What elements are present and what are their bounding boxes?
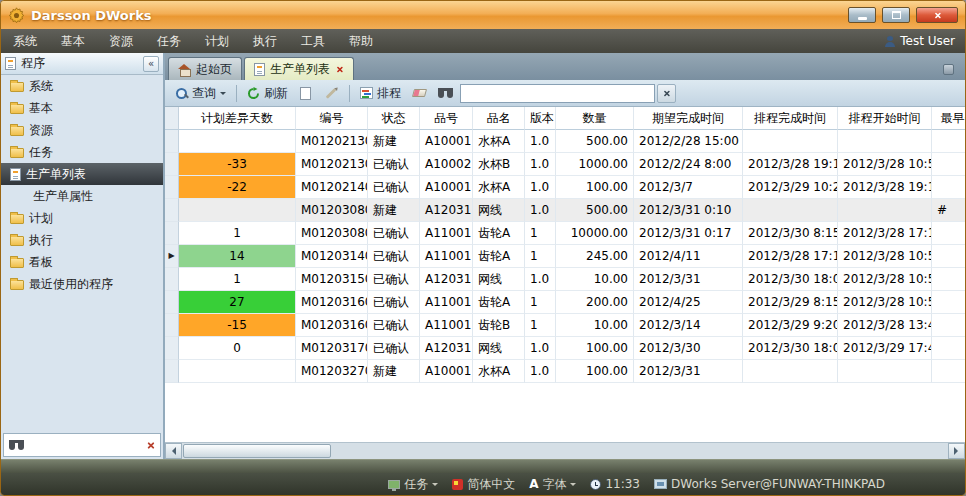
row-selector[interactable] xyxy=(165,268,179,291)
minimize-button[interactable] xyxy=(848,7,876,23)
cell-diff xyxy=(179,360,296,383)
row-selector[interactable] xyxy=(165,360,179,383)
scroll-right-button[interactable] xyxy=(948,443,965,459)
column-header-diff[interactable]: 计划差异天数 xyxy=(179,107,296,130)
sidebar-item-7[interactable]: 执行 xyxy=(1,229,163,251)
sidebar-item-0[interactable]: 系统 xyxy=(1,75,163,97)
folder-icon xyxy=(10,126,24,136)
refresh-button[interactable]: 刷新 xyxy=(242,83,293,104)
user-area[interactable]: Test User xyxy=(885,34,965,48)
row-selector[interactable] xyxy=(165,130,179,153)
menu-item-2[interactable]: 资源 xyxy=(97,29,145,53)
menu-item-5[interactable]: 执行 xyxy=(241,29,289,53)
tab-production-order-list[interactable]: 生产单列表 xyxy=(244,57,354,80)
menu-item-0[interactable]: 系统 xyxy=(1,29,49,53)
row-selector[interactable] xyxy=(165,199,179,222)
sidebar-item-3[interactable]: 任务 xyxy=(1,141,163,163)
sidebar-item-label: 基本 xyxy=(29,100,53,117)
sidebar-collapse-button[interactable]: « xyxy=(143,56,159,72)
table-row[interactable]: ▶14M012031402已确认A11001齿轮A1245.002012/4/1… xyxy=(165,245,965,268)
cell-expect: 2012/3/14 xyxy=(634,314,743,337)
table-row[interactable]: -33M012021302已确认A10002水杯B1.01000.002012/… xyxy=(165,153,965,176)
new-button[interactable] xyxy=(295,85,316,102)
cell-sched_end: 2012/3/29 8:15 xyxy=(743,291,838,314)
schedule-button[interactable]: 排程 xyxy=(355,83,406,104)
column-header-sched_end[interactable]: 排程完成时间 xyxy=(743,107,838,130)
sidebar-item-4[interactable]: 生产单列表 xyxy=(1,163,163,185)
cell-ver: 1.0 xyxy=(525,268,556,291)
pin-icon[interactable] xyxy=(943,64,954,75)
column-header-ver[interactable]: 版本 xyxy=(525,107,556,130)
column-header-no[interactable]: 编号 xyxy=(296,107,368,130)
row-selector[interactable] xyxy=(165,337,179,360)
find-button[interactable] xyxy=(433,86,458,100)
table-row[interactable]: 1M012030802已确认A11001齿轮A110000.002012/3/3… xyxy=(165,222,965,245)
main-area: 起始页 生产单列表 查询 xyxy=(165,53,965,459)
column-header-name[interactable]: 品名 xyxy=(473,107,525,130)
tab-start-page[interactable]: 起始页 xyxy=(168,57,242,80)
maximize-button[interactable] xyxy=(882,7,910,23)
cell-name: 水杯A xyxy=(473,130,525,153)
scrollbar-thumb[interactable] xyxy=(183,444,331,458)
tab-close-icon[interactable] xyxy=(336,65,343,72)
scroll-left-button[interactable] xyxy=(165,443,182,459)
sidebar-item-6[interactable]: 计划 xyxy=(1,207,163,229)
cell-diff: 0 xyxy=(179,337,296,360)
menu-item-4[interactable]: 计划 xyxy=(193,29,241,53)
font-button[interactable]: A 字体 xyxy=(525,476,580,493)
column-header-expect[interactable]: 期望完成时间 xyxy=(634,107,743,130)
table-row[interactable]: M012030801新建A12031网线1.0500.002012/3/31 0… xyxy=(165,199,965,222)
edit-button[interactable] xyxy=(318,90,344,97)
cell-no: M012031602 xyxy=(296,314,368,337)
sidebar-item-5[interactable]: 生产单属性 xyxy=(1,185,163,207)
row-selector[interactable] xyxy=(165,291,179,314)
row-selector[interactable] xyxy=(165,222,179,245)
column-header-status[interactable]: 状态 xyxy=(368,107,420,130)
language-button[interactable]: 简体中文 xyxy=(448,476,519,493)
table-row[interactable]: 1M012031501已确认A12031网线1.010.002012/3/312… xyxy=(165,268,965,291)
sidebar-item-2[interactable]: 资源 xyxy=(1,119,163,141)
minimize-icon xyxy=(858,17,867,20)
task-status-button[interactable]: 任务 xyxy=(384,476,442,493)
cell-sched_end xyxy=(743,130,838,153)
cell-status: 已确认 xyxy=(368,268,420,291)
sidebar-item-9[interactable]: 最近使用的程序 xyxy=(1,273,163,295)
column-header-sched_start[interactable]: 排程开始时间 xyxy=(838,107,932,130)
sidebar-search-clear-icon[interactable] xyxy=(146,441,154,449)
table-row[interactable]: M012021301新建A10001水杯A1.0500.002012/2/28 … xyxy=(165,130,965,153)
table-row[interactable]: M012032701新建A10001水杯A1.0100.002012/3/31 xyxy=(165,360,965,383)
new-document-icon xyxy=(300,87,311,100)
column-header-part[interactable]: 品号 xyxy=(420,107,473,130)
row-selector[interactable]: ▶ xyxy=(165,245,179,268)
table-row[interactable]: 27M012031601已确认A11001齿轮A1200.002012/4/25… xyxy=(165,291,965,314)
sidebar-search[interactable] xyxy=(3,433,161,457)
row-selector[interactable] xyxy=(165,314,179,337)
menu-item-7[interactable]: 帮助 xyxy=(337,29,385,53)
close-button[interactable] xyxy=(916,7,958,23)
query-button[interactable]: 查询 xyxy=(170,83,231,104)
cell-part: A10001 xyxy=(420,130,473,153)
eraser-button[interactable] xyxy=(408,87,431,99)
table-row[interactable]: -15M012031602已确认A11001齿轮B110.002012/3/14… xyxy=(165,314,965,337)
column-header-qty[interactable]: 数量 xyxy=(556,107,634,130)
cell-expect: 2012/3/31 xyxy=(634,268,743,291)
cell-diff xyxy=(179,130,296,153)
cell-diff: 1 xyxy=(179,222,296,245)
row-selector[interactable] xyxy=(165,153,179,176)
column-header-extra[interactable]: 最早开始时间 xyxy=(932,107,965,130)
row-selector[interactable] xyxy=(165,176,179,199)
cell-qty: 500.00 xyxy=(556,130,634,153)
table-row[interactable]: 0M012031701已确认A12031网线1.0100.002012/3/30… xyxy=(165,337,965,360)
menu-item-3[interactable]: 任务 xyxy=(145,29,193,53)
horizontal-scrollbar[interactable] xyxy=(165,442,965,459)
menu-item-1[interactable]: 基本 xyxy=(49,29,97,53)
sidebar-item-8[interactable]: 看板 xyxy=(1,251,163,273)
sidebar-spacer xyxy=(1,295,163,431)
menu-item-6[interactable]: 工具 xyxy=(289,29,337,53)
search-input[interactable] xyxy=(460,84,655,103)
cell-sched_end: 2012/3/28 19:10 xyxy=(743,153,838,176)
search-clear-button[interactable] xyxy=(657,84,676,103)
cell-extra xyxy=(932,314,965,337)
sidebar-item-1[interactable]: 基本 xyxy=(1,97,163,119)
table-row[interactable]: -22M012021401已确认A10001水杯A1.0100.002012/3… xyxy=(165,176,965,199)
